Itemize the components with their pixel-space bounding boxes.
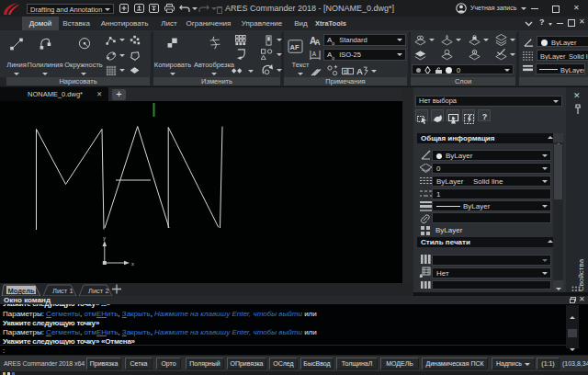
svg-text:x: x — [131, 261, 134, 267]
svg-text:Б: Б — [344, 69, 347, 74]
svg-text:A: A — [356, 66, 363, 76]
svg-text:Модель: Модель — [8, 287, 35, 295]
svg-text:Лист 2: Лист 2 — [88, 287, 109, 295]
svg-text:y: y — [103, 235, 106, 241]
svg-text:АF: АF — [290, 43, 300, 51]
svg-text:A: A — [315, 38, 321, 46]
svg-text:A: A — [312, 51, 317, 57]
svg-text:Лист 1: Лист 1 — [52, 287, 74, 295]
